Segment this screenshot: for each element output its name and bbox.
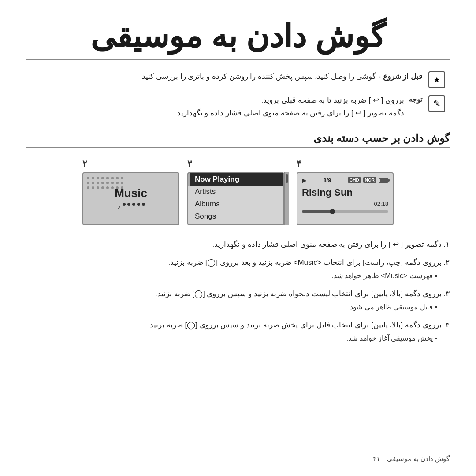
dot (111, 186, 114, 189)
footer-text: گوش دادن به موسیقی _ (382, 455, 450, 462)
note-line-1: برروی [ ↩ ] ضربه بزنید تا به صفحه قبلی ب… (175, 94, 404, 107)
instruction-3: ۳. برروی دگمه [بالا، پایین] برای انتخاب … (26, 288, 450, 313)
scroll-thumb (286, 174, 288, 183)
screen-player: ▶ 8/9 CHD NOR Rising Sun 02:18 (297, 172, 394, 225)
intro-row-1: ★ قبل از شروع - گوشی را وصل کنید، سپس پخ… (26, 71, 445, 88)
dot (87, 186, 89, 189)
dot (97, 186, 99, 189)
menu-scrollbar (284, 172, 289, 225)
dot (97, 182, 99, 184)
chd-badge: CHD (348, 177, 361, 183)
instruction-2-sub: فهرست <Music> ظاهر خواهد شد. (26, 270, 450, 282)
screen-menu: Now Playing Artists Albums Songs (187, 172, 284, 225)
player-time: 02:18 (302, 201, 388, 207)
footer: گوش دادن به موسیقی _ ۴۱ (26, 450, 450, 463)
dot (111, 182, 114, 184)
dot (101, 177, 104, 179)
instruction-2-main: ۲. برروی دگمه [چپ، راست] برای انتخاب <Mu… (26, 257, 450, 268)
player-song-title: Rising Sun (302, 187, 388, 198)
player-top-row: ▶ 8/9 CHD NOR (302, 177, 388, 184)
dot (92, 186, 94, 189)
intro-section: ★ قبل از شروع - گوشی را وصل کنید، سپس پخ… (26, 71, 450, 120)
note-line-2: دگمه تصویر [ ↩ ] را برای رفتن به صفحه من… (175, 107, 404, 120)
instruction-4-main: ۴. برروی دگمه [بالا، پایین] برای انتخاب … (26, 319, 450, 331)
note-section: ✎ توجه برروی [ ↩ ] ضربه بزنید تا به صفحه… (26, 94, 445, 120)
screen-block-3: ۳ Now Playing Artists Albums Songs (187, 158, 289, 225)
star-icon: ★ (428, 71, 445, 88)
intro-text-1-rest: - گوشی را وصل کنید، سپس پخش کننده را روش… (140, 72, 381, 81)
page: گوش دادن به موسیقی ★ قبل از شروع - گوشی … (0, 0, 476, 476)
dot (121, 182, 123, 184)
nor-badge: NOR (363, 177, 376, 183)
player-track-number: 8/9 (324, 177, 331, 183)
music-dot-small (132, 203, 135, 206)
dot (97, 177, 99, 179)
menu-item-now-playing: Now Playing (188, 173, 283, 186)
instruction-2: ۲. برروی دگمه [چپ، راست] برای انتخاب <Mu… (26, 257, 450, 282)
instruction-1-main: ۱. دگمه تصویر [ ↩ ] را برای رفتن به صفحه… (26, 238, 450, 250)
dot (101, 186, 104, 189)
player-progress-fill (302, 210, 332, 213)
dot (106, 186, 109, 189)
instruction-4: ۴. برروی دگمه [بالا، پایین] برای انتخاب … (26, 319, 450, 344)
music-dot-small (123, 203, 126, 206)
music-dot-small (127, 203, 130, 206)
screen-number-2: ۲ (82, 158, 87, 169)
battery-fill (380, 179, 387, 182)
dot (92, 177, 94, 179)
note-label: توجه (409, 95, 422, 104)
battery-icon (379, 178, 388, 183)
dot (106, 182, 109, 184)
footer-page: ۴۱ (373, 455, 380, 462)
dot (106, 177, 109, 179)
instruction-3-main: ۳. برروی دگمه [بالا، پایین] برای انتخاب … (26, 288, 450, 300)
music-dot-small (137, 203, 140, 206)
dot (121, 177, 123, 179)
player-progress-thumb (330, 209, 335, 214)
intro-text-1: قبل از شروع - گوشی را وصل کنید، سپس پخش … (140, 71, 422, 83)
screen-block-4: ۴ ▶ 8/9 CHD NOR Rising Sun 02:18 (297, 158, 394, 225)
player-progress-bar (302, 210, 388, 213)
dot (87, 177, 89, 179)
music-note-icon: ♪ (117, 203, 121, 211)
dot (116, 177, 119, 179)
screen-music: Music ♪ (82, 172, 179, 225)
instructions: ۱. دگمه تصویر [ ↩ ] را برای رفتن به صفحه… (26, 238, 450, 344)
menu-item-albums: Albums (188, 198, 283, 210)
dot (111, 177, 114, 179)
music-dots-row: ♪ (117, 203, 145, 211)
footer-label: گوش دادن به موسیقی _ ۴۱ (373, 455, 450, 463)
bold-before-start: قبل از شروع (383, 72, 422, 81)
screen-block-2: ۲ (82, 158, 179, 225)
dot (87, 182, 89, 184)
screen-number-3: ۳ (187, 158, 192, 169)
screen-number-4: ۴ (297, 158, 301, 169)
dot (92, 182, 94, 184)
instruction-4-sub: پخش موسیقی آغاز خواهد شد. (26, 333, 450, 344)
note-icon: ✎ (428, 95, 445, 112)
music-label: Music (115, 186, 147, 200)
screens-row: ۲ (26, 158, 450, 225)
instruction-3-sub: فایل موسیقی ظاهر می شود. (26, 301, 450, 313)
menu-item-artists: Artists (188, 186, 283, 198)
menu-item-songs: Songs (188, 210, 283, 223)
note-content: برروی [ ↩ ] ضربه بزنید تا به صفحه قبلی ب… (175, 94, 404, 120)
play-arrow-icon: ▶ (302, 177, 307, 184)
main-title: گوش دادن به موسیقی (26, 18, 450, 60)
music-dot-small (142, 203, 145, 206)
player-icons: CHD NOR (348, 177, 388, 183)
screen-menu-wrapper: Now Playing Artists Albums Songs (187, 172, 289, 225)
instruction-1: ۱. دگمه تصویر [ ↩ ] را برای رفتن به صفحه… (26, 238, 450, 250)
dot (101, 182, 104, 184)
dot (116, 182, 119, 184)
section-heading: گوش دادن بر حسب دسته بندی (26, 132, 450, 148)
